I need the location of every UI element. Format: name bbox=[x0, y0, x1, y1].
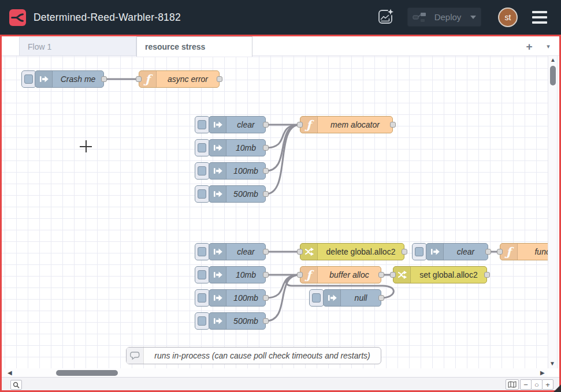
tab-label: resource stress bbox=[145, 42, 205, 51]
flow-list-chevron-button[interactable]: ▾ bbox=[541, 39, 555, 54]
zoom-reset-button[interactable]: ○ bbox=[531, 379, 543, 390]
node-inject[interactable]: 10mb bbox=[209, 139, 266, 156]
function-icon: ƒ bbox=[139, 71, 157, 87]
node-label: 10mb bbox=[226, 267, 265, 283]
main-menu-icon[interactable] bbox=[532, 11, 547, 24]
output-port[interactable] bbox=[217, 76, 222, 82]
scroll-left-icon[interactable]: ◀ bbox=[8, 370, 12, 376]
node-change[interactable]: delete global.alloc2 bbox=[300, 243, 404, 260]
output-port[interactable] bbox=[263, 191, 269, 197]
output-port[interactable] bbox=[263, 295, 269, 301]
deploy-dropdown-caret[interactable] bbox=[470, 16, 476, 19]
deploy-button[interactable]: Deploy bbox=[407, 8, 481, 27]
output-port[interactable] bbox=[263, 249, 269, 255]
merge-glyph bbox=[10, 10, 25, 25]
scroll-up-icon[interactable]: ▲ bbox=[550, 57, 556, 63]
node-function[interactable]: ƒasync error bbox=[139, 70, 220, 88]
vertical-scrollbar[interactable]: ▲ ▼ bbox=[548, 56, 558, 368]
node-label: clear bbox=[444, 244, 488, 260]
node-label: clear bbox=[226, 244, 265, 260]
menu-bar bbox=[532, 21, 547, 24]
inject-button[interactable] bbox=[195, 243, 210, 260]
input-port[interactable] bbox=[497, 249, 503, 255]
node-inject[interactable]: 500mb bbox=[209, 312, 266, 330]
search-flows-button[interactable] bbox=[10, 380, 22, 390]
node-label: function bbox=[518, 244, 548, 260]
user-avatar[interactable]: st bbox=[498, 8, 518, 27]
flowfuse-logo-icon[interactable] bbox=[9, 9, 26, 26]
horizontal-scrollbar[interactable]: ◀ ▶ bbox=[2, 368, 548, 377]
node-function[interactable]: ƒmem alocator bbox=[300, 116, 393, 133]
node-inject[interactable]: clear bbox=[209, 116, 266, 133]
function-f-glyph: ƒ bbox=[306, 269, 311, 281]
input-port[interactable] bbox=[297, 122, 303, 128]
inject-button[interactable] bbox=[195, 266, 210, 283]
node-inject[interactable]: Crash me bbox=[35, 70, 104, 88]
node-inject[interactable]: 100mb bbox=[209, 289, 266, 307]
output-port[interactable] bbox=[390, 122, 396, 128]
node-function[interactable]: ƒfunction bbox=[500, 243, 548, 260]
node-function[interactable]: ƒbuffer alloc bbox=[300, 266, 381, 283]
vertical-scroll-thumb[interactable] bbox=[550, 66, 556, 85]
horizontal-scroll-thumb[interactable] bbox=[56, 370, 118, 376]
node-label: null bbox=[341, 290, 381, 306]
inject-button[interactable] bbox=[412, 243, 427, 260]
node-comment[interactable]: runs in-process (can cause poll check ti… bbox=[126, 347, 381, 364]
add-flow-button[interactable]: + bbox=[521, 39, 537, 54]
node-label: async error bbox=[157, 71, 219, 87]
inject-icon bbox=[209, 140, 226, 156]
scroll-down-icon[interactable]: ▼ bbox=[549, 361, 555, 367]
node-inject[interactable]: 100mb bbox=[209, 162, 266, 180]
inject-icon bbox=[324, 290, 341, 306]
change-icon bbox=[393, 267, 411, 283]
inject-icon bbox=[209, 267, 226, 283]
search-icon bbox=[13, 382, 20, 389]
zoom-out-button[interactable]: − bbox=[520, 379, 532, 390]
resize-grip[interactable] bbox=[553, 384, 561, 392]
output-port[interactable] bbox=[402, 249, 407, 255]
menu-bar bbox=[532, 11, 547, 13]
output-port[interactable] bbox=[263, 145, 269, 151]
inject-button[interactable] bbox=[195, 289, 210, 307]
output-port[interactable] bbox=[101, 76, 107, 82]
input-port[interactable] bbox=[390, 272, 396, 278]
zoom-in-button[interactable]: + bbox=[542, 379, 553, 390]
output-port[interactable] bbox=[263, 168, 269, 174]
node-inject[interactable]: 10mb bbox=[209, 266, 266, 283]
node-inject[interactable]: clear bbox=[209, 243, 266, 260]
inject-icon bbox=[209, 186, 226, 202]
inject-button-face bbox=[198, 293, 206, 303]
tab-flow-1[interactable]: Flow 1 bbox=[19, 37, 136, 56]
input-port[interactable] bbox=[297, 272, 303, 278]
node-inject[interactable]: clear bbox=[426, 243, 488, 260]
input-port[interactable] bbox=[297, 249, 303, 255]
node-change[interactable]: set global.alloc2 bbox=[393, 266, 487, 283]
assistant-image-sparkle-icon[interactable] bbox=[376, 8, 395, 26]
function-icon: ƒ bbox=[500, 244, 518, 260]
output-port[interactable] bbox=[378, 272, 384, 278]
inject-button[interactable] bbox=[195, 162, 210, 180]
inject-button[interactable] bbox=[195, 312, 210, 330]
inject-button[interactable] bbox=[195, 139, 210, 156]
tab-resource-stress[interactable]: resource stress bbox=[136, 36, 252, 57]
function-icon: ƒ bbox=[300, 267, 318, 283]
navigator-toggle-button[interactable] bbox=[506, 379, 519, 390]
inject-button[interactable] bbox=[309, 289, 324, 307]
function-f-glyph: ƒ bbox=[506, 246, 511, 257]
output-port[interactable] bbox=[378, 295, 384, 301]
node-label: Crash me bbox=[53, 71, 103, 87]
node-inject[interactable]: null bbox=[323, 289, 381, 307]
scroll-right-icon[interactable]: ▶ bbox=[540, 370, 545, 376]
flow-canvas[interactable]: Crash meƒasync errorclear10mb100mb500mbƒ… bbox=[2, 56, 548, 368]
output-port[interactable] bbox=[263, 318, 269, 324]
output-port[interactable] bbox=[263, 122, 269, 128]
output-port[interactable] bbox=[484, 272, 490, 278]
node-red-editor-window: Determined-Reed-Warbler-8182 Deploy st bbox=[0, 0, 561, 392]
output-port[interactable] bbox=[263, 272, 269, 278]
inject-button[interactable] bbox=[195, 116, 210, 133]
input-port[interactable] bbox=[136, 76, 142, 82]
node-inject[interactable]: 500mb bbox=[209, 185, 266, 203]
inject-button[interactable] bbox=[195, 185, 210, 203]
node-label: 10mb bbox=[226, 140, 265, 156]
output-port[interactable] bbox=[485, 249, 491, 255]
